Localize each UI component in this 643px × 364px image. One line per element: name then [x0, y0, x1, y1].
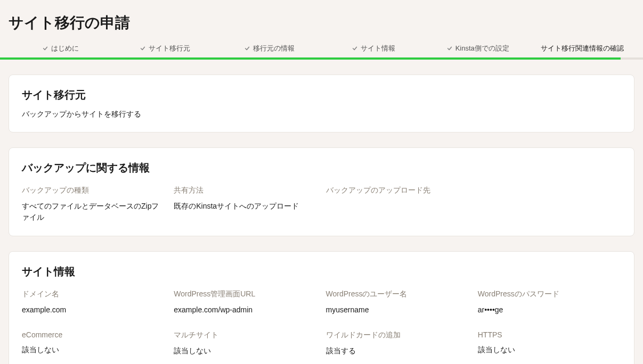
info-item-upload-dest: バックアップのアップロード先 [326, 186, 469, 223]
check-icon [447, 46, 452, 51]
step-label: サイト移行元 [149, 44, 190, 53]
step-kinsta-settings[interactable]: Kinsta側での設定 [426, 44, 530, 53]
info-item-share-method: 共有方法 既存のKinstaサイトへのアップロード [174, 186, 317, 223]
card-title: バックアップに関する情報 [22, 161, 621, 175]
info-value: myusername [326, 304, 469, 316]
card-site-info: サイト情報 ドメイン名 example.com WordPress管理画面URL… [9, 251, 634, 364]
backup-info-grid: バックアップの種類 すべてのファイルとデータベースのZipファイル 共有方法 既… [22, 186, 621, 223]
check-icon [140, 46, 145, 51]
info-value: example.com/wp-admin [174, 304, 317, 316]
step-source-info[interactable]: 移行元の情報 [217, 44, 322, 53]
check-icon [43, 46, 48, 51]
info-item-wp-username: WordPressのユーザー名 myusername [326, 289, 469, 316]
info-label: eCommerce [22, 330, 165, 339]
info-label: WordPress管理画面URL [174, 289, 317, 299]
card-title: サイト移行元 [22, 88, 621, 102]
check-icon [352, 46, 357, 51]
info-label: バックアップのアップロード先 [326, 186, 469, 195]
info-item-domain: ドメイン名 example.com [22, 289, 165, 316]
card-body: バックアップからサイトを移行する [22, 110, 621, 119]
step-label: はじめに [51, 44, 79, 53]
card-source: サイト移行元 バックアップからサイトを移行する [9, 75, 634, 133]
info-value: 該当する [326, 345, 469, 357]
info-label: 共有方法 [174, 186, 317, 195]
card-backup-info: バックアップに関する情報 バックアップの種類 すべてのファイルとデータベースのZ… [9, 147, 634, 236]
step-confirm[interactable]: サイト移行関連情報の確認 [530, 44, 634, 53]
info-label: ワイルドカードの追加 [326, 330, 469, 340]
info-item-ecommerce: eCommerce 該当しない [22, 330, 165, 357]
step-label: 移行元の情報 [253, 44, 295, 53]
info-item-https: HTTPS 該当しない [478, 330, 621, 357]
step-source[interactable]: サイト移行元 [113, 44, 217, 53]
info-item-multisite: マルチサイト 該当しない [174, 330, 317, 357]
info-value: example.com [22, 304, 165, 316]
progress-fill [0, 57, 621, 60]
info-value: 該当しない [22, 344, 165, 355]
info-label: マルチサイト [174, 330, 317, 340]
progress-steps: はじめに サイト移行元 移行元の情報 サイト情報 Kinsta側での設定 サイト… [0, 44, 643, 57]
info-value: すべてのファイルとデータベースのZipファイル [22, 201, 165, 223]
info-value: 既存のKinstaサイトへのアップロード [174, 201, 317, 212]
info-label: HTTPS [478, 330, 621, 339]
info-item-backup-type: バックアップの種類 すべてのファイルとデータベースのZipファイル [22, 186, 165, 223]
info-label: WordPressのユーザー名 [326, 289, 469, 299]
info-value: ar••••ge [478, 304, 621, 316]
info-value: 該当しない [174, 345, 317, 357]
step-intro[interactable]: はじめに [9, 44, 113, 53]
check-icon [245, 46, 250, 51]
info-label: ドメイン名 [22, 289, 165, 299]
progress-bar [0, 57, 643, 60]
info-value: 該当しない [478, 344, 621, 355]
info-item-wildcard: ワイルドカードの追加 該当する [326, 330, 469, 357]
step-label: Kinsta側での設定 [455, 44, 509, 53]
step-site-info[interactable]: サイト情報 [321, 44, 426, 53]
page-title: サイト移行の申請 [0, 0, 643, 44]
card-title: サイト情報 [22, 264, 621, 279]
site-info-grid: ドメイン名 example.com WordPress管理画面URL examp… [22, 289, 621, 357]
step-label: サイト情報 [361, 44, 395, 53]
info-item-wp-password: WordPressのパスワード ar••••ge [478, 289, 621, 316]
info-item-wp-admin-url: WordPress管理画面URL example.com/wp-admin [174, 289, 317, 316]
info-label: WordPressのパスワード [478, 289, 621, 299]
step-label: サイト移行関連情報の確認 [541, 44, 624, 53]
info-label: バックアップの種類 [22, 186, 165, 195]
